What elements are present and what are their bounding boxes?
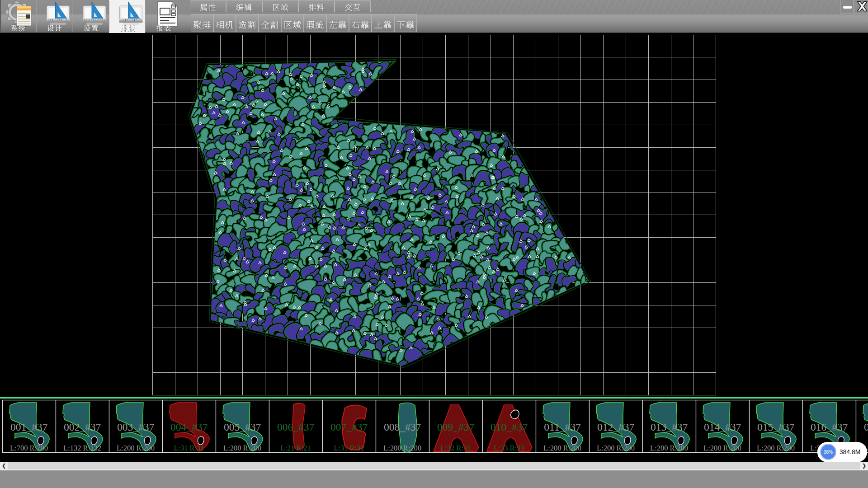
svg-text:L:32 R:31: L:32 R:31 (440, 444, 471, 452)
svg-text:L:200 R:200: L:200 R:200 (117, 444, 155, 452)
svg-text:016_#37: 016_#37 (811, 421, 848, 433)
svg-text:L:33 R:33: L:33 R:33 (494, 444, 524, 452)
svg-text:005_#37: 005_#37 (224, 421, 261, 433)
svg-text:L:200 R:200: L:200 R:200 (223, 444, 261, 452)
svg-text:004_#37: 004_#37 (170, 421, 208, 433)
svg-text:008_#37: 008_#37 (384, 421, 421, 433)
svg-text:002_#37: 002_#37 (64, 421, 101, 433)
svg-text:014_#37: 014_#37 (704, 421, 741, 433)
svg-text:L:200 R:200: L:200 R:200 (703, 444, 741, 452)
svg-text:L:132 R:132: L:132 R:132 (63, 444, 101, 452)
svg-text:007_#37: 007_#37 (330, 421, 368, 433)
svg-text:L:200 R:200: L:200 R:200 (543, 444, 581, 452)
svg-text:L:21 R:21: L:21 R:21 (280, 444, 311, 452)
svg-text:009_#37: 009_#37 (437, 421, 475, 433)
svg-text:384.8M: 384.8M (840, 448, 861, 455)
svg-text:L:31 R:31: L:31 R:31 (174, 444, 204, 452)
svg-text:017_#37: 017_#37 (864, 421, 868, 433)
svg-text:L:200 R:200: L:200 R:200 (650, 444, 688, 452)
svg-text:38%: 38% (824, 450, 833, 455)
svg-text:L:700 R:700: L:700 R:700 (10, 444, 48, 452)
svg-text:L:31 R:31: L:31 R:31 (334, 444, 364, 452)
svg-text:011_#37: 011_#37 (544, 421, 581, 433)
svg-text:L:200 R:200: L:200 R:200 (597, 444, 635, 452)
svg-text:L:200 R:200: L:200 R:200 (383, 444, 421, 452)
svg-text:003_#37: 003_#37 (117, 421, 155, 433)
svg-text:006_#37: 006_#37 (277, 421, 315, 433)
svg-text:001_#37: 001_#37 (10, 421, 48, 433)
svg-text:010_#37: 010_#37 (491, 421, 528, 433)
svg-text:012_#37: 012_#37 (597, 421, 635, 433)
svg-text:013_#37: 013_#37 (651, 421, 688, 433)
svg-text:015_#37: 015_#37 (757, 421, 795, 433)
svg-text:L:200 R:200: L:200 R:200 (757, 444, 795, 452)
